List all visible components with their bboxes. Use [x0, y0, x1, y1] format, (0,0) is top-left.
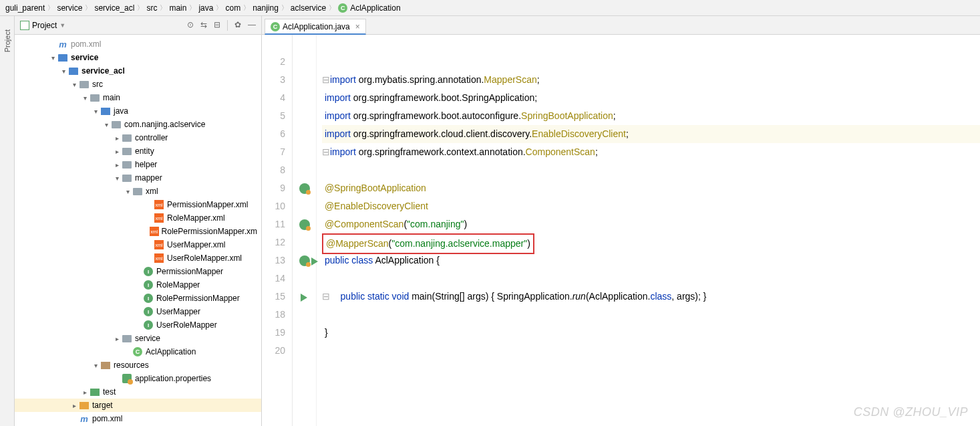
tree-item[interactable]: IUserMapper: [15, 305, 261, 318]
folder-res-icon: [100, 360, 111, 370]
tree-label: UserMapper.xml: [167, 240, 225, 249]
tree-arrow-icon[interactable]: ▾: [59, 68, 68, 75]
java-icon: I: [143, 306, 154, 317]
tree-arrow-icon[interactable]: ▾: [91, 362, 100, 369]
folder-gray-icon: [122, 132, 132, 143]
tree-item[interactable]: ▾com.nanjing.aclservice: [15, 118, 261, 131]
project-tree[interactable]: mpom.xml▾service▾service_acl▾src▾main▾ja…: [15, 35, 261, 426]
xml-icon: xml: [154, 239, 164, 250]
tree-label: resources: [114, 360, 149, 370]
project-title: Project: [32, 21, 57, 30]
tree-item[interactable]: ▸helper: [15, 158, 261, 171]
tree-item[interactable]: xmlUserRoleMapper.xml: [15, 251, 261, 265]
tree-item[interactable]: ▾mapper: [15, 171, 261, 185]
tree-item[interactable]: ▾src: [15, 78, 261, 91]
crumb-8[interactable]: aclservice: [291, 3, 326, 13]
locate-icon[interactable]: ⊙: [187, 20, 194, 31]
tab-aclapplication[interactable]: C AclApplication.java ×: [265, 19, 366, 35]
tree-item[interactable]: IRoleMapper: [15, 278, 261, 292]
tree-arrow-icon[interactable]: ▸: [112, 134, 122, 142]
tree-arrow-icon[interactable]: ▾: [80, 94, 90, 102]
crumb-9[interactable]: AclApplication: [350, 3, 400, 13]
tree-label: UserRoleMapper: [156, 320, 217, 330]
crumb-3[interactable]: src: [146, 3, 157, 13]
class-icon: C: [271, 22, 280, 31]
tree-arrow-icon[interactable]: ▸: [80, 389, 90, 396]
tree-item[interactable]: ▾resources: [15, 358, 261, 372]
spring-bean-icon[interactable]: [299, 183, 310, 194]
tree-item[interactable]: application.properties: [15, 372, 261, 385]
tree-label: service: [71, 53, 98, 62]
tree-item[interactable]: xmlRolePermissionMapper.xm: [15, 225, 261, 238]
maven-icon: m: [79, 413, 90, 424]
spring-bean-icon[interactable]: [299, 255, 310, 266]
tree-item[interactable]: ▾service: [15, 51, 261, 64]
crumb-0[interactable]: guli_parent: [5, 3, 45, 13]
tree-item[interactable]: ▾xml: [15, 185, 261, 198]
java-icon: I: [143, 266, 154, 277]
folder-gray-icon: [122, 146, 132, 156]
tree-arrow-icon[interactable]: ▾: [91, 108, 100, 115]
expand-icon[interactable]: ⇆: [200, 20, 207, 31]
crumb-2[interactable]: service_acl: [94, 3, 134, 13]
tree-label: target: [92, 401, 113, 410]
tree-item[interactable]: CAclApplication: [15, 345, 261, 358]
fold-icon[interactable]: ⊟: [322, 143, 330, 161]
chevron-icon: 〉: [160, 3, 166, 13]
tree-item[interactable]: xmlUserMapper.xml: [15, 238, 261, 251]
crumb-6[interactable]: com: [225, 3, 240, 13]
run-icon[interactable]: [301, 294, 307, 302]
tree-arrow-icon[interactable]: ▾: [112, 175, 122, 182]
crumb-4[interactable]: main: [169, 3, 186, 13]
tree-item[interactable]: ▾service_acl: [15, 64, 261, 78]
crumb-7[interactable]: nanjing: [253, 3, 279, 13]
tree-arrow-icon[interactable]: ▾: [48, 54, 57, 62]
tree-arrow-icon[interactable]: ▾: [123, 188, 132, 195]
tree-arrow-icon[interactable]: ▾: [102, 121, 111, 128]
tree-item[interactable]: ▾main: [15, 91, 261, 104]
hide-icon[interactable]: —: [248, 20, 256, 31]
code-editor[interactable]: 23456789101112131415181920 ⊟import org.m…: [262, 35, 980, 426]
tree-item[interactable]: ▸test: [15, 385, 261, 399]
chevron-icon: 〉: [47, 3, 54, 13]
tree-label: RolePermissionMapper: [156, 294, 240, 303]
close-icon[interactable]: ×: [355, 22, 360, 31]
tree-label: AclApplication: [146, 347, 196, 356]
collapse-icon[interactable]: ⊟: [214, 20, 220, 31]
tree-item[interactable]: ▸entity: [15, 144, 261, 158]
java-icon: I: [143, 320, 154, 330]
tree-item[interactable]: IUserRoleMapper: [15, 318, 261, 332]
maven-icon: m: [57, 39, 68, 49]
tree-label: pom.xml: [92, 414, 122, 423]
tree-item[interactable]: IRolePermissionMapper: [15, 292, 261, 305]
tree-label: RoleMapper: [156, 280, 200, 290]
run-icon[interactable]: [311, 257, 318, 265]
tree-label: com.nanjing.aclservice: [124, 120, 205, 129]
code-body[interactable]: ⊟import org.mybatis.spring.annotation.Ma…: [317, 35, 980, 426]
tree-label: src: [92, 80, 103, 89]
tree-item[interactable]: ▸controller: [15, 131, 261, 144]
tree-arrow-icon[interactable]: ▸: [112, 161, 122, 169]
project-tool-tab[interactable]: Project: [0, 16, 15, 426]
fold-icon[interactable]: ⊟: [322, 288, 330, 306]
gear-icon[interactable]: ✿: [234, 20, 241, 31]
project-panel: Project ▼ ⊙ ⇆ ⊟ ✿ — mpom.xml▾service▾ser…: [15, 16, 262, 426]
tree-item[interactable]: ▸target: [15, 399, 261, 412]
spring-bean-icon[interactable]: [299, 219, 310, 230]
tree-item[interactable]: mpom.xml: [15, 412, 261, 425]
crumb-1[interactable]: service: [57, 3, 82, 13]
tree-item[interactable]: xmlRoleMapper.xml: [15, 211, 261, 225]
folder-gray-icon: [132, 186, 143, 197]
fold-icon[interactable]: ⊟: [322, 71, 330, 89]
folder-test-icon: [90, 387, 100, 397]
tree-arrow-icon[interactable]: ▸: [112, 148, 122, 155]
tree-item[interactable]: IPermissionMapper: [15, 265, 261, 278]
crumb-5[interactable]: java: [198, 3, 213, 13]
tree-item[interactable]: ▸service: [15, 332, 261, 345]
tree-item[interactable]: xmlPermissionMapper.xml: [15, 198, 261, 211]
tree-item[interactable]: ▾java: [15, 104, 261, 118]
tree-arrow-icon[interactable]: ▸: [69, 402, 79, 409]
tree-arrow-icon[interactable]: ▾: [69, 81, 79, 88]
tree-item[interactable]: mpom.xml: [15, 37, 261, 51]
tree-arrow-icon[interactable]: ▸: [112, 335, 122, 342]
